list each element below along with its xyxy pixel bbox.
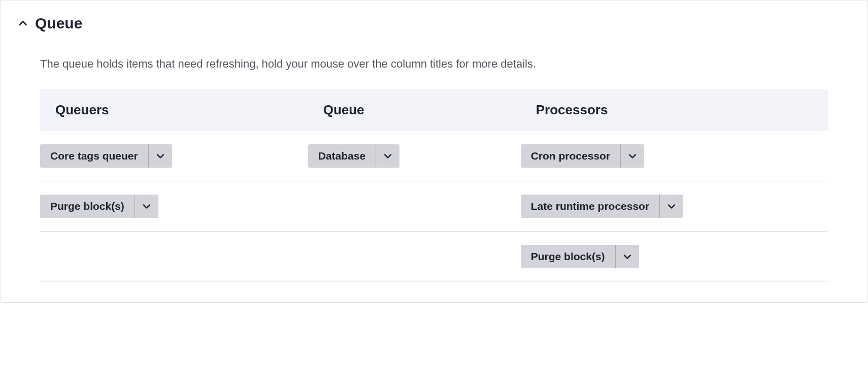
cell-queue: Database (308, 131, 521, 181)
panel-content: The queue holds items that need refreshi… (1, 57, 867, 302)
chevron-down-icon (376, 144, 399, 168)
queue-panel: Queue The queue holds items that need re… (0, 0, 868, 303)
processors-purge-block-s-label: Purge block(s) (521, 245, 615, 268)
col-queue: Queue (308, 89, 521, 131)
chevron-down-icon (149, 144, 172, 168)
cell-queuers (40, 232, 308, 282)
chevron-down-icon (616, 245, 639, 268)
col-processors: Processors (521, 89, 828, 131)
queuers-purge-block-s-label: Purge block(s) (40, 195, 135, 218)
chevron-up-icon (16, 16, 30, 30)
panel-description: The queue holds items that need refreshi… (40, 57, 828, 71)
cell-queuers: Purge block(s) (40, 181, 308, 232)
processors-purge-block-s-dropdown[interactable]: Purge block(s) (521, 245, 639, 268)
queue-database-dropdown[interactable]: Database (308, 144, 399, 168)
col-queuers: Queuers (40, 89, 308, 131)
processors-cron-processor-label: Cron processor (521, 144, 620, 168)
cell-processors: Cron processor (521, 131, 828, 181)
table-row: Purge block(s)Late runtime processor (40, 181, 828, 232)
chevron-down-icon (660, 195, 683, 218)
processors-late-runtime-processor-label: Late runtime processor (521, 195, 659, 218)
chevron-down-icon (621, 144, 644, 168)
queuers-core-tags-queuer-dropdown[interactable]: Core tags queuer (40, 144, 172, 168)
panel-header[interactable]: Queue (1, 15, 867, 42)
queue-database-label: Database (308, 144, 376, 168)
cell-processors: Late runtime processor (521, 181, 828, 232)
chevron-down-icon (135, 195, 158, 218)
processors-late-runtime-processor-dropdown[interactable]: Late runtime processor (521, 195, 683, 218)
table-row: Purge block(s) (40, 232, 828, 282)
cell-processors: Purge block(s) (521, 232, 828, 282)
cell-queuers: Core tags queuer (40, 131, 308, 181)
cell-queue (308, 232, 521, 282)
panel-title: Queue (35, 15, 82, 32)
queuers-purge-block-s-dropdown[interactable]: Purge block(s) (40, 195, 158, 218)
queue-table: Queuers Queue Processors Core tags queue… (40, 89, 828, 282)
table-row: Core tags queuerDatabaseCron processor (40, 131, 828, 181)
processors-cron-processor-dropdown[interactable]: Cron processor (521, 144, 644, 168)
cell-queue (308, 181, 521, 232)
queuers-core-tags-queuer-label: Core tags queuer (40, 144, 148, 168)
table-header-row: Queuers Queue Processors (40, 89, 828, 131)
